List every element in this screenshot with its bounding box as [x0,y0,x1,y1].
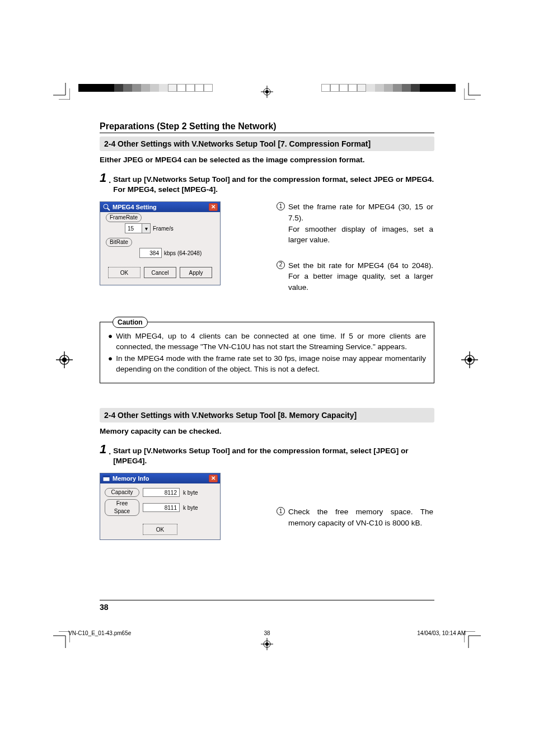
footer-timestamp: 14/04/03, 10:14 AM [417,630,466,636]
content-area: Preparations (Step 2 Setting the Network… [100,121,434,543]
color-bar-right [321,84,456,92]
page-number-rule [100,600,434,600]
mpeg4-row: MPEG4 Setting ✕ FrameRate 15 ▾ [100,201,434,307]
framerate-value: 15 [128,226,134,232]
step-number: 1 [100,172,106,195]
dialog-title-2: Memory Info [113,475,149,482]
caution-item-2: ●In the MPEG4 mode with the frame rate s… [108,354,426,375]
mpeg4-notes: 1 Set the frame rate for MPEG4 (30, 15 o… [277,201,433,307]
caution-box: Caution ●With MPEG4, up to 4 clients can… [100,322,434,383]
step-1b: 1 . Start up [V.Networks Setup Tool] and… [100,443,434,466]
capacity-unit: k byte [183,490,198,496]
capacity-label: Capacity [105,488,139,497]
svg-point-6 [104,204,108,209]
bitrate-input[interactable]: 384 [139,248,162,258]
window-icon [102,475,110,482]
capacity-row: Capacity 8112 k byte [105,488,216,497]
framerate-group: FrameRate 15 ▾ Frame/s [106,218,214,234]
memory-note-text: Check the free memory space. The memory … [288,506,433,528]
callout-2-icon: 2 [277,261,285,269]
framerate-unit: Frame/s [153,226,174,232]
registration-top [0,84,534,101]
step-number-b: 1 [100,443,106,466]
step-dot: . [109,175,111,195]
dialog-titlebar-2[interactable]: Memory Info ✕ [100,473,220,483]
footer: VN-C10_E_01-43.pm65e 38 14/04/03, 10:14 … [68,630,466,636]
registration-mark-right [461,351,478,368]
freespace-row: Free Space 8111 k byte [105,499,216,516]
memory-notes: 1 Check the free memory space. The memor… [277,506,433,543]
footer-page: 38 [264,630,270,636]
page: Preparations (Step 2 Setting the Network… [0,0,534,756]
crop-mark-br [464,631,481,648]
callout-1b-icon: 1 [277,507,285,515]
page-number: 38 [100,603,109,612]
caution-item-1: ●With MPEG4, up to 4 clients can be conn… [108,331,426,353]
ok-button-2[interactable]: OK [143,524,177,535]
step-1a: 1 . Start up [V.Networks Setup Tool] and… [100,172,434,195]
memory-info-dialog: Memory Info ✕ Capacity 8112 k byte Free … [100,473,221,540]
memory-row: Memory Info ✕ Capacity 8112 k byte Free … [100,473,434,543]
apply-button[interactable]: Apply [180,267,212,278]
bitrate-group: BitRate 384 kbps (64-2048) [106,242,214,259]
magnifier-icon [102,203,110,211]
registration-mark-icon [261,86,273,98]
ok-button[interactable]: OK [108,267,140,278]
freespace-value: 8111 [143,503,180,512]
memory-note-1: 1 Check the free memory space. The memor… [277,506,433,528]
note-2: 2 Set the bit rate for MPEG4 (64 to 2048… [277,260,433,293]
capacity-value: 8112 [143,488,180,497]
color-bar-left [78,84,213,92]
crop-mark-tl [53,83,70,100]
framerate-label: FrameRate [106,213,142,222]
chevron-down-icon[interactable]: ▾ [142,224,150,233]
footer-filename: VN-C10_E_01-43.pm65e [68,630,131,636]
freespace-unit: k byte [183,505,198,511]
section-bar-compression: 2-4 Other Settings with V.Networks Setup… [100,137,434,151]
framerate-dropdown[interactable]: 15 ▾ [125,223,151,233]
cancel-button[interactable]: Cancel [144,267,176,278]
caution-label: Caution [113,317,148,328]
page-heading: Preparations (Step 2 Setting the Network… [100,121,434,132]
close-icon[interactable]: ✕ [209,203,218,211]
crop-mark-tr [464,83,481,100]
registration-mark-left [56,351,73,368]
dialog-titlebar[interactable]: MPEG4 Setting ✕ [100,202,220,212]
registration-mark-bottom [261,638,273,650]
bitrate-unit: kbps (64-2048) [164,250,202,256]
svg-rect-8 [103,476,110,477]
note-2-text: Set the bit rate for MPEG4 (64 to 2048).… [288,260,433,293]
freespace-label: Free Space [105,499,139,516]
callout-1-icon: 1 [277,202,285,210]
section-bar-memory: 2-4 Other Settings with V.Networks Setup… [100,408,434,422]
crop-mark-bl [53,631,70,648]
step-text-b: Start up [V.Networks Setup Tool] and for… [113,446,434,466]
dialog-title: MPEG4 Setting [113,204,157,210]
lead-text-a: Either JPEG or MPEG4 can be selected as … [100,156,434,164]
note-1-text: Set the frame rate for MPEG4 (30, 15 or … [288,201,433,245]
step-text: Start up [V.Networks Setup Tool] and for… [113,175,434,195]
bitrate-label: BitRate [106,238,132,247]
heading-rule [100,133,434,133]
close-icon-2[interactable]: ✕ [209,475,218,482]
lead-text-b: Memory capacity can be checked. [100,427,434,435]
mpeg4-setting-dialog: MPEG4 Setting ✕ FrameRate 15 ▾ [100,201,221,285]
note-1: 1 Set the frame rate for MPEG4 (30, 15 o… [277,201,433,245]
